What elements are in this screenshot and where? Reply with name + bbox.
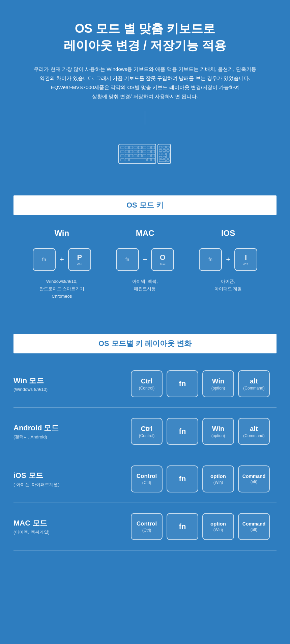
win-desc: Windows8/9/10,안드로이드 스마트기기Chromeos bbox=[39, 278, 85, 300]
mac-mode-row: MAC 모드 (아이맥, 맥북계열) Control (Ctrl) fn opt… bbox=[13, 503, 277, 551]
android-fn-key: fn bbox=[167, 418, 198, 445]
svg-rect-37 bbox=[159, 153, 162, 155]
win-key-combo: fn + P Win bbox=[33, 248, 91, 271]
svg-rect-27 bbox=[129, 158, 146, 161]
svg-rect-13 bbox=[138, 150, 142, 153]
hero-description: 우리가 현재 가장 많이 사용하는 Windows용 키보드와 애플 맥용 키보… bbox=[27, 64, 263, 101]
hero-title: OS 모드 별 맞춤 키보드로 레이아웃 변경 / 저장기능 적용 bbox=[27, 20, 263, 54]
svg-rect-34 bbox=[159, 150, 162, 152]
svg-rect-32 bbox=[163, 146, 166, 148]
ios-mode-label: iOS 모드 ( 아이폰, 아이패드계열) bbox=[13, 471, 74, 488]
win-ctrl-key: Ctrl (Control) bbox=[131, 370, 163, 397]
mac-command-key: Command (alt) bbox=[238, 513, 270, 540]
android-mode-row: Android 모드 (갤럭시, Android) Ctrl (Control)… bbox=[13, 408, 277, 455]
os-mode-key-section: OS 모드 키 Win fn + P Win Windows8/9/10,안드로 bbox=[0, 195, 290, 314]
mac-desc: 아이맥, 맥북,매킨토시등 bbox=[132, 278, 158, 293]
win-mode-label: Win 모드 (Windows 8/9/10) bbox=[13, 376, 74, 392]
svg-rect-23 bbox=[147, 154, 150, 157]
svg-rect-3 bbox=[129, 146, 133, 149]
mac-fn-key: fn bbox=[116, 248, 139, 271]
svg-rect-42 bbox=[159, 160, 166, 162]
svg-rect-9 bbox=[121, 150, 124, 153]
os-mode-key-header: OS 모드 키 bbox=[13, 195, 277, 215]
win-mode-sub: (Windows 8/9/10) bbox=[13, 387, 74, 392]
os-layout-header: OS 모드별 키 레이아웃 변화 bbox=[13, 334, 277, 353]
svg-rect-29 bbox=[151, 158, 155, 161]
win-fn-key: fn bbox=[33, 248, 56, 271]
layout-rows: Win 모드 (Windows 8/9/10) Ctrl (Control) f… bbox=[0, 353, 290, 557]
ios-fn-key: fn bbox=[199, 248, 222, 271]
svg-rect-43 bbox=[167, 160, 169, 162]
os-key-col-mac: MAC fn + O Mac 아이맥, 맥북,매킨토시등 bbox=[116, 229, 174, 300]
mac-mode-sub: (아이맥, 맥북계열) bbox=[13, 529, 74, 535]
svg-rect-7 bbox=[147, 146, 150, 149]
svg-rect-35 bbox=[163, 150, 166, 152]
svg-rect-2 bbox=[125, 146, 128, 149]
android-ctrl-key: Ctrl (Control) bbox=[131, 418, 163, 445]
win-alt-key: alt (Command) bbox=[238, 370, 270, 397]
ios-mode-row: iOS 모드 ( 아이폰, 아이패드계열) Control (Ctrl) fn … bbox=[13, 455, 277, 503]
page-wrapper: OS 모드 별 맞춤 키보드로 레이아웃 변경 / 저장기능 적용 우리가 현재… bbox=[0, 0, 290, 578]
svg-rect-40 bbox=[159, 156, 162, 158]
mac-o-key: O Mac bbox=[151, 248, 174, 271]
mac-key-combo: fn + O Mac bbox=[116, 248, 174, 271]
keyboard-svg bbox=[118, 141, 172, 165]
svg-rect-22 bbox=[143, 154, 146, 157]
android-alt-key: alt (Command) bbox=[238, 418, 270, 445]
svg-rect-5 bbox=[138, 146, 142, 149]
ios-mode-sub: ( 아이폰, 아이패드계열) bbox=[13, 482, 74, 488]
ios-mode-title: iOS 모드 bbox=[13, 471, 74, 481]
svg-rect-31 bbox=[159, 146, 162, 148]
android-mode-sub: (갤럭시, Android) bbox=[13, 434, 74, 440]
ios-fn-key: fn bbox=[167, 465, 198, 492]
svg-rect-39 bbox=[167, 153, 169, 158]
ios-key-combo: fn + I iOS bbox=[199, 248, 257, 271]
svg-rect-16 bbox=[151, 150, 155, 153]
ios-desc: 아이폰,아이패드 계열 bbox=[214, 278, 242, 293]
mac-mode-title: MAC 모드 bbox=[13, 518, 74, 528]
os-key-columns: Win fn + P Win Windows8/9/10,안드로이드 스마트기기… bbox=[0, 215, 290, 314]
win-mode-title: Win 모드 bbox=[13, 376, 74, 386]
svg-rect-19 bbox=[129, 154, 133, 157]
ios-control-key: Control (Ctrl) bbox=[131, 465, 163, 492]
svg-rect-15 bbox=[147, 150, 150, 153]
mac-title: MAC bbox=[136, 229, 154, 238]
android-mode-label: Android 모드 (갤럭시, Android) bbox=[13, 423, 74, 440]
svg-rect-11 bbox=[129, 150, 133, 153]
win-mode-keys: Ctrl (Control) fn Win (option) alt (Comm… bbox=[81, 370, 277, 397]
android-mode-keys: Ctrl (Control) fn Win (option) alt (Comm… bbox=[81, 418, 277, 445]
svg-rect-14 bbox=[143, 150, 146, 153]
svg-rect-17 bbox=[121, 154, 124, 157]
svg-rect-36 bbox=[167, 150, 169, 152]
svg-rect-8 bbox=[151, 146, 155, 149]
svg-rect-12 bbox=[134, 150, 137, 153]
svg-rect-41 bbox=[163, 156, 166, 158]
ios-mode-keys: Control (Ctrl) fn option (Win) Command (… bbox=[81, 465, 277, 492]
svg-rect-25 bbox=[121, 158, 124, 161]
svg-rect-18 bbox=[125, 154, 128, 157]
hero-section: OS 모드 별 맞춤 키보드로 레이아웃 변경 / 저장기능 적용 우리가 현재… bbox=[0, 20, 290, 195]
mac-fn-key: fn bbox=[167, 513, 198, 540]
svg-rect-26 bbox=[125, 158, 128, 161]
mac-option-key: option (Win) bbox=[202, 513, 234, 540]
svg-rect-33 bbox=[167, 146, 169, 148]
ios-command-key: Command (alt) bbox=[238, 465, 270, 492]
svg-rect-4 bbox=[134, 146, 137, 149]
svg-rect-6 bbox=[143, 146, 146, 149]
svg-rect-38 bbox=[163, 153, 166, 155]
svg-rect-10 bbox=[125, 150, 128, 153]
svg-rect-1 bbox=[121, 146, 124, 149]
win-p-key: P Win bbox=[68, 248, 91, 271]
svg-rect-28 bbox=[147, 158, 151, 161]
svg-rect-30 bbox=[158, 144, 171, 164]
win-mode-row: Win 모드 (Windows 8/9/10) Ctrl (Control) f… bbox=[13, 360, 277, 408]
win-fn-key: fn bbox=[167, 370, 198, 397]
os-key-col-win: Win fn + P Win Windows8/9/10,안드로이드 스마트기기… bbox=[33, 229, 91, 300]
win-win-key: Win (option) bbox=[202, 370, 234, 397]
mac-control-key: Control (Ctrl) bbox=[131, 513, 163, 540]
os-key-col-ios: IOS fn + I iOS 아이폰,아이패드 계열 bbox=[199, 229, 257, 300]
android-win-key: Win (option) bbox=[202, 418, 234, 445]
android-mode-title: Android 모드 bbox=[13, 423, 74, 433]
svg-rect-21 bbox=[138, 154, 142, 157]
win-title: Win bbox=[54, 229, 69, 238]
